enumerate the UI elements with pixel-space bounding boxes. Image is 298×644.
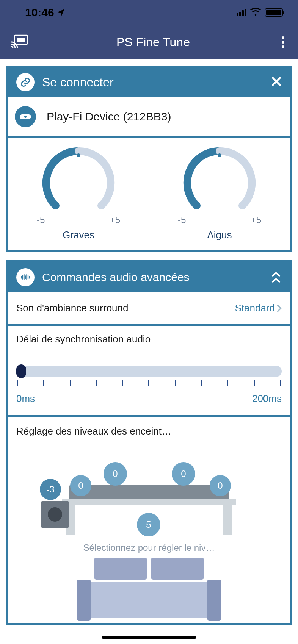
sync-label: Délai de synchronisation audio — [16, 333, 282, 345]
device-row[interactable]: Play-Fi Device (212BB3) — [8, 97, 290, 136]
device-name: Play-Fi Device (212BB3) — [47, 110, 171, 123]
soundbar-graphic — [69, 485, 229, 501]
sync-min: 0ms — [16, 393, 35, 405]
couch-graphic — [86, 558, 212, 618]
location-arrow-icon — [56, 8, 66, 17]
sync-slider-thumb[interactable] — [16, 364, 26, 378]
center-right-level-bubble[interactable]: 0 — [172, 462, 195, 486]
speaker-levels-block: Réglage des niveaux des enceint… -3 0 0 … — [8, 417, 290, 623]
subwoofer-graphic — [41, 501, 69, 528]
bass-dial-wrap: -5 +5 Graves — [8, 138, 149, 250]
treble-dial-indicator — [218, 153, 221, 157]
connect-title: Se connecter — [42, 75, 263, 89]
cast-icon[interactable] — [11, 34, 28, 50]
collapse-icon — [270, 271, 282, 283]
device-icon — [15, 106, 36, 127]
surround-value-wrap: Standard — [235, 302, 282, 314]
sync-range: 0ms 200ms — [16, 393, 282, 405]
sync-slider[interactable] — [16, 366, 282, 377]
sync-ticks — [16, 380, 282, 386]
center-level-bubble[interactable]: 5 — [137, 513, 160, 536]
subwoofer-level-bubble[interactable]: -3 — [40, 479, 61, 500]
clock-text: 10:46 — [25, 6, 54, 19]
status-time: 10:46 — [25, 6, 66, 19]
close-icon[interactable] — [271, 76, 282, 88]
speaker-hint: Sélectionnez pour régler le niv… — [16, 542, 282, 553]
audio-icon — [16, 268, 35, 286]
link-icon — [16, 73, 35, 91]
treble-dial[interactable] — [182, 145, 257, 221]
left-front-level-bubble[interactable]: 0 — [70, 475, 91, 496]
surround-value: Standard — [235, 302, 275, 314]
more-menu-icon[interactable] — [278, 36, 287, 48]
svg-rect-1 — [17, 38, 25, 42]
home-indicator[interactable] — [102, 636, 196, 639]
surround-label: Son d'ambiance surround — [16, 302, 128, 314]
stand-graphic — [62, 499, 236, 505]
status-bar: 10:46 — [0, 0, 298, 25]
wifi-icon — [250, 8, 261, 17]
page-title: PS Fine Tune — [28, 35, 278, 49]
sync-block: Délai de synchronisation audio 0ms 200ms — [8, 326, 290, 415]
treble-dial-wrap: -5 +5 Aigus — [149, 138, 290, 250]
cellular-signal-icon — [237, 9, 246, 16]
battery-icon — [265, 8, 283, 17]
chevron-right-icon — [276, 304, 282, 313]
bass-dial-indicator — [77, 153, 80, 157]
nav-bar: PS Fine Tune — [0, 25, 298, 59]
connect-header: Se connecter — [8, 68, 290, 97]
advanced-title: Commandes audio avancées — [42, 271, 263, 284]
eq-dials-card: -5 +5 Graves -5 +5 Aigus — [6, 138, 292, 252]
sync-max: 200ms — [252, 393, 282, 405]
advanced-card: Commandes audio avancées Son d'ambiance … — [6, 260, 292, 625]
advanced-header[interactable]: Commandes audio avancées — [8, 262, 290, 292]
treble-label: Aigus — [207, 229, 232, 241]
right-front-level-bubble[interactable]: 0 — [210, 475, 231, 496]
speaker-levels-label: Réglage des niveaux des enceint… — [16, 425, 282, 437]
center-left-level-bubble[interactable]: 0 — [104, 462, 127, 486]
status-right — [237, 8, 283, 17]
surround-row[interactable]: Son d'ambiance surround Standard — [8, 292, 290, 324]
connect-card: Se connecter Play-Fi Device (212BB3) — [6, 66, 292, 138]
bass-label: Graves — [63, 229, 94, 241]
speaker-room-diagram: -3 0 0 0 0 5 Sélectionnez pour régler le… — [16, 449, 282, 611]
bass-dial[interactable] — [41, 145, 116, 221]
